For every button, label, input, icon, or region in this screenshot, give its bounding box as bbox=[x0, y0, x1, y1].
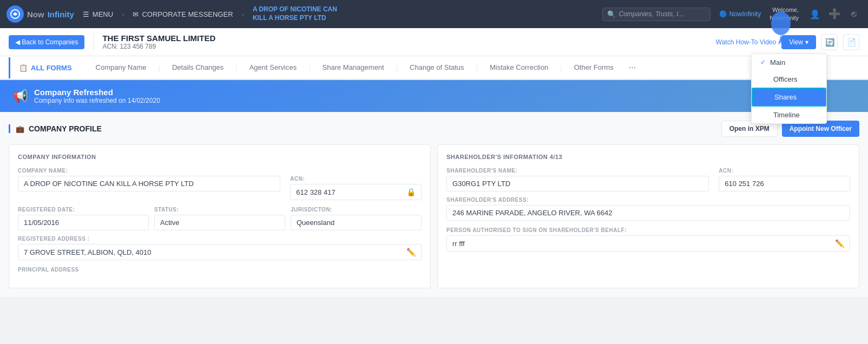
profile-header: 💼 COMPANY PROFILE Open in XPM Appoint Ne… bbox=[9, 121, 859, 137]
dropdown-item-timeline[interactable]: Timeline bbox=[752, 107, 826, 123]
shareholder-address-label: SHAREHOLDER'S ADDRESS: bbox=[446, 197, 850, 203]
breadcrumb-arrow-2: › bbox=[242, 10, 244, 18]
search-icon: 🔍 bbox=[607, 10, 616, 18]
tab-sep-2: | bbox=[234, 64, 238, 72]
status-input[interactable]: Active bbox=[154, 215, 285, 230]
authorised-person-field: PERSON AUTHORISED TO SIGN ON SHAREHOLDER… bbox=[446, 227, 850, 252]
breadcrumb-arrow: › bbox=[122, 10, 124, 18]
header-right: Watch How-To Video View ▾ ✓ Main Officer… bbox=[224, 34, 859, 50]
user-icon[interactable]: 👤 bbox=[807, 6, 823, 22]
logo[interactable]: NowInfinity bbox=[6, 5, 74, 23]
megaphone-icon: 📢 bbox=[13, 89, 28, 103]
status-label: STATUS: bbox=[154, 207, 285, 213]
signout-icon[interactable]: ⎋ bbox=[846, 6, 862, 22]
tab-share-management[interactable]: Share Management bbox=[312, 57, 395, 79]
tab-details-changes[interactable]: Details Changes bbox=[161, 57, 234, 79]
tab-other-forms[interactable]: Other Forms bbox=[563, 57, 624, 79]
acn-label-company: ACN: bbox=[290, 176, 422, 182]
dropdown-item-shares[interactable]: Shares bbox=[752, 88, 826, 107]
nowinfinity-nav-link[interactable]: 🔵 NowInfinity bbox=[719, 10, 761, 18]
tabs-more-button[interactable]: ··· bbox=[624, 56, 640, 79]
dropdown-item-officers[interactable]: Officers bbox=[752, 71, 826, 88]
nowinfinity-nav-icon: 🔵 bbox=[719, 10, 727, 18]
section-title-block: 💼 COMPANY PROFILE bbox=[9, 124, 102, 133]
briefcase-icon: 💼 bbox=[16, 125, 24, 133]
company-title-block: THE FIRST SAMUEL LIMITED ACN: 123 456 78… bbox=[93, 34, 215, 50]
jurisdiction-label: JURISDICTON: bbox=[291, 207, 422, 213]
document-icon-button[interactable]: 📄 bbox=[843, 34, 859, 50]
tab-sep-6: | bbox=[559, 64, 563, 72]
tab-agent-services[interactable]: Agent Services bbox=[239, 57, 307, 79]
search-box[interactable]: 🔍 bbox=[602, 8, 711, 21]
company-info-panel: COMPANY INFORMATION COMPANY NAME: A DROP… bbox=[9, 144, 431, 288]
tab-company-name[interactable]: Company Name bbox=[85, 57, 157, 79]
envelope-icon: ✉ bbox=[133, 10, 139, 18]
view-dropdown-menu: ✓ Main Officers Shares Timeline bbox=[751, 54, 827, 124]
cursor-indicator bbox=[767, 7, 794, 47]
dropdown-item-main[interactable]: ✓ Main bbox=[752, 54, 826, 71]
svg-marker-2 bbox=[778, 35, 784, 45]
tab-all-forms[interactable]: 📋 ALL FORMS bbox=[9, 57, 81, 78]
banner-text: Company Refreshed Company info was refre… bbox=[34, 88, 160, 104]
registered-address-field: REGISTERED ADDRESS : 7 GROVE STREET, ALB… bbox=[18, 236, 422, 260]
company-name-label: COMPANY NAME: bbox=[18, 168, 422, 174]
logo-icon bbox=[6, 5, 24, 23]
company-profile-section: 💼 COMPANY PROFILE Open in XPM Appoint Ne… bbox=[0, 112, 868, 297]
add-icon[interactable]: ➕ bbox=[827, 6, 842, 22]
acn-display: ACN: 123 456 789 bbox=[102, 43, 215, 50]
reg-date-input[interactable]: 11/05/2016 bbox=[18, 215, 149, 230]
search-input[interactable] bbox=[619, 10, 706, 18]
authorised-person-label: PERSON AUTHORISED TO SIGN ON SHAREHOLDER… bbox=[446, 227, 850, 233]
shareholder-info-panel: SHAREHOLDER'S INFORMATION 4/13 SHAREHOLD… bbox=[437, 144, 859, 288]
shareholder-info-title: SHAREHOLDER'S INFORMATION 4/13 bbox=[446, 154, 850, 160]
principal-address-label: PRINCIPAL ADDRESS bbox=[18, 267, 422, 273]
edit-address-icon[interactable]: ✏️ bbox=[406, 248, 416, 256]
logo-now: Now bbox=[27, 10, 44, 19]
tab-sep-4: | bbox=[395, 64, 399, 72]
tab-sep-3: | bbox=[307, 64, 311, 72]
edit-authorised-icon[interactable]: ✏️ bbox=[835, 239, 844, 248]
reg-address-input[interactable]: 7 GROVE STREET, ALBION, QLD, 4010 ✏️ bbox=[18, 244, 422, 260]
panels-row: COMPANY INFORMATION COMPANY NAME: A DROP… bbox=[9, 144, 859, 288]
forms-icon: 📋 bbox=[19, 64, 28, 72]
refresh-icon-button[interactable]: 🔄 bbox=[821, 34, 838, 50]
company-name-heading: THE FIRST SAMUEL LIMITED bbox=[102, 34, 215, 43]
tab-sep-5: | bbox=[475, 64, 479, 72]
authorised-person-input[interactable]: rr fff ✏️ bbox=[446, 235, 850, 252]
header-bar: ◀ Back to Companies THE FIRST SAMUEL LIM… bbox=[0, 28, 868, 56]
banner-message: Company info was refreshed on 14/02/2020 bbox=[34, 97, 160, 104]
reg-date-label: REGISTERED DATE: bbox=[18, 207, 149, 213]
principal-address-field: PRINCIPAL ADDRESS bbox=[18, 267, 422, 273]
hamburger-icon: ☰ bbox=[83, 10, 89, 18]
shareholder-address-input[interactable]: 246 MARINE PARADE, ANGELO RIVER, WA 6642 bbox=[446, 205, 850, 221]
shareholder-acn-label: ACN: bbox=[719, 168, 850, 174]
company-breadcrumb[interactable]: A DROP OF NICOTINE CAN KILL A HORSE PTY … bbox=[253, 5, 339, 22]
shareholder-name-label: SHAREHOLDER'S NAME: bbox=[446, 168, 709, 174]
shareholder-acn-input[interactable]: 610 251 726 bbox=[719, 176, 850, 191]
company-name-field: COMPANY NAME: A DROP OF NICOTINE CAN KIL… bbox=[18, 168, 422, 200]
tab-mistake-correction[interactable]: Mistake Correction bbox=[479, 57, 559, 79]
chevron-down-icon: ▾ bbox=[805, 38, 808, 46]
tabs-bar: 📋 ALL FORMS Company Name | Details Chang… bbox=[0, 56, 868, 80]
tab-change-of-status[interactable]: Change of Status bbox=[399, 57, 475, 79]
shareholder-address-field: SHAREHOLDER'S ADDRESS: 246 MARINE PARADE… bbox=[446, 197, 850, 221]
menu-button[interactable]: ☰ MENU bbox=[83, 10, 113, 18]
svg-point-1 bbox=[771, 11, 791, 35]
lock-icon: 🔒 bbox=[406, 188, 416, 196]
shareholder-name-input[interactable]: G30RG1 PTY LTD bbox=[446, 176, 709, 191]
company-info-title: COMPANY INFORMATION bbox=[18, 154, 422, 160]
profile-title: COMPANY PROFILE bbox=[29, 124, 102, 133]
banner-title: Company Refreshed bbox=[34, 88, 160, 97]
back-to-companies-button[interactable]: ◀ Back to Companies bbox=[9, 35, 84, 49]
top-navigation: NowInfinity ☰ MENU › ✉ CORPORATE MESSENG… bbox=[0, 0, 868, 28]
check-icon: ✓ bbox=[760, 58, 766, 66]
company-name-input[interactable]: A DROP OF NICOTINE CAN KILL A HORSE PTY … bbox=[18, 176, 280, 191]
corporate-messenger-link[interactable]: ✉ CORPORATE MESSENGER bbox=[133, 10, 233, 18]
reg-address-label: REGISTERED ADDRESS : bbox=[18, 236, 422, 242]
nav-icon-group: 👤 ➕ ⎋ bbox=[807, 6, 862, 22]
acn-input[interactable]: 612 328 417 🔒 bbox=[290, 184, 422, 200]
jurisdiction-input[interactable]: Queensland bbox=[291, 215, 422, 230]
tab-sep-1: | bbox=[157, 64, 161, 72]
shares-label: Shares bbox=[774, 93, 797, 101]
logo-infinity: Infinity bbox=[48, 10, 74, 19]
